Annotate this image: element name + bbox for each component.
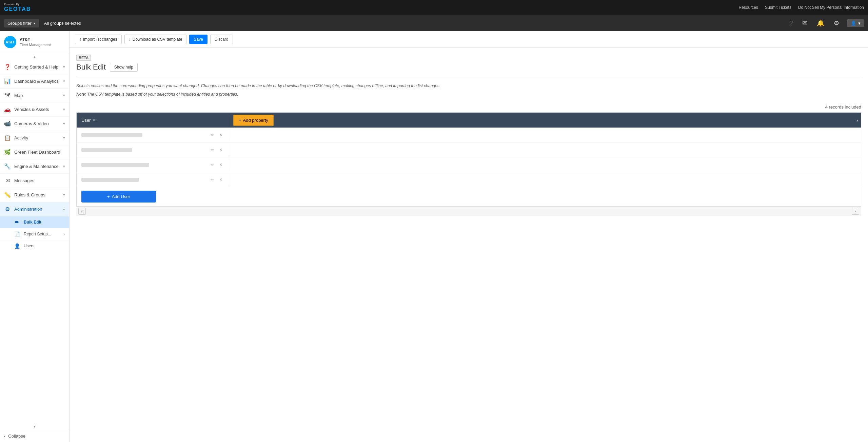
add-property-button[interactable]: + Add property <box>233 115 274 126</box>
help-icon-btn[interactable]: ? <box>788 18 794 28</box>
geotab-logo: Powered By GEOTAB <box>4 3 31 12</box>
add-property-cell: + Add property <box>229 115 854 126</box>
records-count: 4 records included <box>76 104 861 110</box>
import-label: Import list changes <box>83 37 117 42</box>
user-header-label: User <box>81 118 91 123</box>
sidebar-brand-container: AT&T Fleet Management <box>20 37 51 47</box>
chevron-down-icon: ▾ <box>63 193 65 197</box>
submit-tickets-link[interactable]: Submit Tickets <box>765 5 791 10</box>
user-chevron-icon: ▾ <box>858 21 861 26</box>
groups-filter-button[interactable]: Groups filter ▾ <box>4 19 39 27</box>
sub-item-label: Bulk Edit <box>24 220 65 225</box>
row-actions: ✏ ✕ <box>209 161 224 168</box>
add-user-plus-icon: + <box>107 194 110 199</box>
sidebar-item-getting-started[interactable]: ❓ Getting Started & Help ▾ <box>0 60 69 74</box>
vehicles-icon: 🚗 <box>4 106 11 113</box>
user-profile-button[interactable]: 👤 ▾ <box>847 19 864 27</box>
groups-filter-label: Groups filter <box>7 21 32 26</box>
sidebar-item-map[interactable]: 🗺 Map ▾ <box>0 89 69 102</box>
page-content: BETA Bulk Edit Show help Selects entitie… <box>70 48 868 442</box>
download-csv-button[interactable]: ↓ Download as CSV template <box>124 35 187 44</box>
sidebar-scroll-up-button[interactable]: ▲ <box>0 53 69 60</box>
user-name-redacted <box>81 133 142 137</box>
sidebar-item-messages[interactable]: ✉ Messages <box>0 174 69 188</box>
row-edit-button[interactable]: ✏ <box>209 176 216 183</box>
sidebar-item-dashboard[interactable]: 📊 Dashboard & Analytics ▾ <box>0 74 69 89</box>
download-label: Download as CSV template <box>133 37 182 42</box>
sidebar-sub-item-users[interactable]: 👤 Users <box>0 240 69 252</box>
sidebar-item-vehicles[interactable]: 🚗 Vehicles & Assets ▾ <box>0 102 69 117</box>
sidebar-sub-item-report-setup[interactable]: 📄 Report Setup... › <box>0 228 69 240</box>
sidebar-item-label: Vehicles & Assets <box>14 107 60 112</box>
do-not-sell-link[interactable]: Do Not Sell My Personal Information <box>798 5 864 10</box>
table-row: ✏ ✕ <box>77 172 861 187</box>
row-edit-button[interactable]: ✏ <box>209 147 216 153</box>
sidebar-item-label: Green Fleet Dashboard <box>14 150 65 155</box>
content-toolbar: ↑ Import list changes ↓ Download as CSV … <box>70 31 868 48</box>
rules-icon: 📏 <box>4 192 11 198</box>
top-nav: Powered By GEOTAB Resources Submit Ticke… <box>0 0 868 15</box>
table-vscroll-top: ▲ <box>854 118 861 122</box>
sidebar-item-label: Getting Started & Help <box>14 64 60 70</box>
sidebar-scroll-down-button[interactable]: ▼ <box>0 423 69 430</box>
show-help-label: Show help <box>114 65 133 70</box>
help-icon: ? <box>789 20 793 27</box>
user-cell: ✏ ✕ <box>77 159 229 171</box>
row-edit-button[interactable]: ✏ <box>209 161 216 168</box>
sidebar-collapse-button[interactable]: ‹ Collapse <box>0 430 69 442</box>
mail-icon-btn[interactable]: ✉ <box>801 18 809 28</box>
sidebar-item-label: Map <box>14 93 60 98</box>
show-help-button[interactable]: Show help <box>110 63 138 72</box>
chevron-down-icon: ▾ <box>63 136 65 140</box>
sidebar-header: AT&T AT&T Fleet Management <box>0 31 69 53</box>
scroll-right-button[interactable]: › <box>852 208 859 215</box>
sub-item-label: Report Setup... <box>24 232 61 236</box>
row-remove-button[interactable]: ✕ <box>218 161 224 168</box>
bulk-edit-table: User ✏ + Add property ▲ <box>76 112 861 216</box>
page-divider <box>76 77 861 77</box>
user-icon: 👤 <box>851 21 856 26</box>
sidebar-item-label: Cameras & Video <box>14 121 60 126</box>
admin-icon: ⚙ <box>4 206 11 212</box>
discard-button[interactable]: Discard <box>210 35 233 44</box>
import-list-changes-button[interactable]: ↑ Import list changes <box>75 35 122 44</box>
chevron-down-icon: ▾ <box>63 65 65 69</box>
resources-link[interactable]: Resources <box>739 5 758 10</box>
table-scroll-up-button[interactable]: ▲ <box>855 118 860 122</box>
sidebar-item-label: Activity <box>14 135 60 140</box>
sidebar-item-rules[interactable]: 📏 Rules & Groups ▾ <box>0 188 69 202</box>
user-name-redacted <box>81 163 149 167</box>
import-icon: ↑ <box>79 37 81 42</box>
sidebar-item-green-fleet[interactable]: 🌿 Green Fleet Dashboard <box>0 145 69 159</box>
messages-icon: ✉ <box>4 177 11 184</box>
user-name-redacted <box>81 178 139 182</box>
add-user-button[interactable]: + Add User <box>81 191 156 203</box>
sidebar-item-label: Dashboard & Analytics <box>14 79 60 84</box>
table-row: ✏ ✕ <box>77 157 861 172</box>
top-nav-left: Powered By GEOTAB <box>4 3 31 12</box>
bulk-edit-icon: ✏ <box>14 219 20 225</box>
collapse-arrow-icon: ‹ <box>4 434 5 439</box>
sidebar-item-cameras[interactable]: 📹 Cameras & Video ▾ <box>0 117 69 131</box>
user-name-redacted <box>81 148 132 152</box>
mail-icon: ✉ <box>802 19 807 27</box>
row-remove-button[interactable]: ✕ <box>218 147 224 153</box>
row-edit-button[interactable]: ✏ <box>209 132 216 138</box>
getting-started-icon: ❓ <box>4 64 11 70</box>
sidebar-sub-item-bulk-edit[interactable]: ✏ Bulk Edit <box>0 216 69 228</box>
settings-icon-btn[interactable]: ⚙ <box>832 18 841 28</box>
sidebar-item-admin[interactable]: ⚙ Administration ▴ <box>0 202 69 216</box>
scroll-left-button[interactable]: ‹ <box>78 208 86 215</box>
row-remove-button[interactable]: ✕ <box>218 176 224 183</box>
user-cell: ✏ ✕ <box>77 174 229 186</box>
row-actions: ✏ ✕ <box>209 132 224 138</box>
page-title: Bulk Edit <box>76 63 106 72</box>
sidebar-item-activity[interactable]: 📋 Activity ▾ <box>0 131 69 145</box>
save-button[interactable]: Save <box>189 35 207 44</box>
row-remove-button[interactable]: ✕ <box>218 132 224 138</box>
notifications-icon-btn[interactable]: 🔔 <box>815 18 826 28</box>
activity-icon: 📋 <box>4 135 11 141</box>
add-property-label: Add property <box>243 118 268 123</box>
sidebar-item-engine[interactable]: 🔧 Engine & Maintenance ▾ <box>0 159 69 174</box>
groups-bar: Groups filter ▾ All groups selected ? ✉ … <box>0 15 868 31</box>
